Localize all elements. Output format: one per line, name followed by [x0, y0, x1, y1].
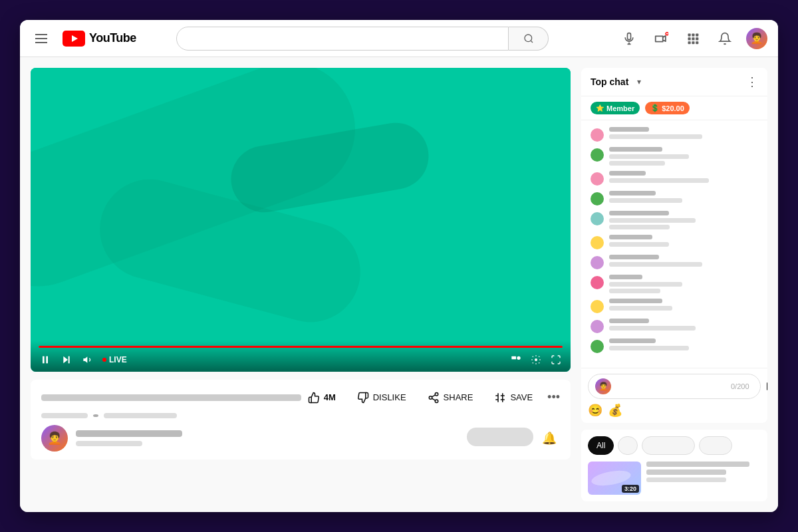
user-avatar[interactable]: 🧑‍🦱: [746, 28, 767, 49]
svg-point-24: [435, 392, 438, 396]
search-input[interactable]: [176, 27, 509, 51]
chat-title-area: Top chat ▾: [591, 75, 646, 88]
more-button[interactable]: •••: [547, 390, 560, 404]
apps-button[interactable]: [682, 28, 704, 49]
chat-title: Top chat: [591, 76, 628, 87]
svg-rect-7: [688, 33, 691, 36]
video-player[interactable]: LIVE: [31, 68, 571, 372]
settings-button[interactable]: [529, 353, 543, 366]
recommendations: All 3:20: [581, 430, 767, 501]
video-controls: LIVE: [31, 340, 571, 372]
msg-name: [609, 299, 662, 303]
rec-meta: [646, 477, 726, 482]
like-button[interactable]: 4M: [301, 388, 342, 408]
msg-avatar: [591, 320, 604, 333]
controls-row: LIVE: [39, 353, 563, 366]
money-amount: $20.00: [662, 104, 684, 112]
miniplayer-toggle[interactable]: [509, 353, 523, 366]
msg-content: [609, 255, 758, 267]
chat-message: [581, 296, 767, 316]
rec-pill-3[interactable]: [699, 436, 732, 455]
rec-pill-2[interactable]: [642, 436, 695, 455]
chat-message: [581, 124, 767, 144]
msg-content: [609, 127, 758, 139]
fullscreen-button[interactable]: [549, 353, 563, 366]
msg-text: [609, 242, 669, 247]
subscribe-button[interactable]: [467, 428, 533, 446]
video-background: [31, 68, 571, 372]
msg-text: [609, 198, 682, 203]
svg-rect-11: [692, 37, 694, 40]
mic-button[interactable]: [618, 28, 640, 49]
msg-text: [609, 306, 672, 311]
video-meta: [41, 413, 560, 418]
skip-button[interactable]: [60, 353, 73, 366]
chat-message: [581, 252, 767, 272]
chat-input[interactable]: [615, 382, 727, 392]
chat-message: [581, 316, 767, 336]
pause-button[interactable]: [39, 353, 52, 366]
dislike-button[interactable]: DISLIKE: [350, 388, 413, 408]
msg-text: [609, 282, 682, 287]
rec-pills: All: [588, 436, 761, 455]
chat-badges: ⭐ Member 💲 $20.00: [581, 96, 767, 120]
channel-avatar[interactable]: 🧑‍🦱: [41, 425, 68, 452]
msg-text-2: [609, 225, 670, 229]
save-button[interactable]: SAVE: [487, 388, 539, 408]
volume-button[interactable]: [81, 353, 94, 366]
share-button[interactable]: SHARE: [421, 388, 480, 408]
msg-avatar: [591, 340, 604, 353]
msg-name: [609, 235, 652, 239]
msg-text: [609, 218, 696, 223]
svg-point-25: [429, 396, 432, 400]
search-button[interactable]: [509, 27, 549, 51]
chat-input-row: 🧑‍🦱 0/200: [588, 374, 761, 399]
msg-name: [609, 275, 642, 279]
chat-menu-button[interactable]: ⋮: [746, 74, 758, 89]
msg-name: [609, 211, 669, 215]
svg-rect-13: [688, 41, 691, 44]
msg-name: [609, 338, 656, 343]
msg-text: [609, 178, 709, 183]
svg-point-2: [525, 35, 532, 42]
msg-name: [609, 171, 646, 176]
msg-name: [609, 147, 662, 152]
left-panel: LIVE: [31, 68, 571, 501]
chat-message: [581, 272, 767, 296]
progress-bar[interactable]: [39, 346, 563, 348]
dollar-icon: 💲: [650, 104, 660, 112]
msg-name: [609, 319, 649, 323]
svg-point-26: [435, 400, 438, 403]
msg-text: [609, 262, 702, 267]
chat-user-avatar: 🧑‍🦱: [595, 378, 611, 394]
rec-pill-1[interactable]: [618, 436, 638, 455]
live-label: LIVE: [109, 355, 127, 364]
emoji-button[interactable]: 😊: [588, 403, 602, 418]
channel-subs: [76, 441, 142, 446]
meta-bar-3: [104, 413, 177, 418]
svg-rect-19: [68, 356, 70, 363]
msg-avatar: [591, 256, 604, 269]
video-actions: 4M DISLIKE: [301, 388, 560, 408]
create-button[interactable]: [650, 28, 672, 49]
msg-avatar: [591, 300, 604, 313]
svg-rect-9: [696, 33, 698, 36]
chat-message: [581, 232, 767, 252]
super-chat-button[interactable]: 💰: [608, 403, 622, 418]
share-label: SHARE: [444, 392, 473, 402]
chat-input-area: 🧑‍🦱 0/200 😊 💰: [581, 368, 767, 423]
svg-point-23: [535, 358, 537, 361]
rec-pill-all[interactable]: All: [588, 436, 614, 455]
rec-duration: 3:20: [622, 485, 639, 493]
rec-thumbnail[interactable]: 3:20: [588, 462, 641, 495]
member-label: Member: [606, 104, 634, 112]
hamburger-button[interactable]: [31, 28, 52, 49]
svg-marker-20: [83, 356, 87, 362]
svg-rect-21: [511, 356, 516, 359]
svg-marker-18: [63, 356, 68, 363]
chat-dropdown-button[interactable]: ▾: [632, 75, 646, 88]
notifications-button[interactable]: [714, 28, 735, 49]
save-label: SAVE: [510, 392, 533, 402]
browser-window: YouTube: [20, 20, 778, 512]
bell-button[interactable]: 🔔: [539, 428, 560, 449]
